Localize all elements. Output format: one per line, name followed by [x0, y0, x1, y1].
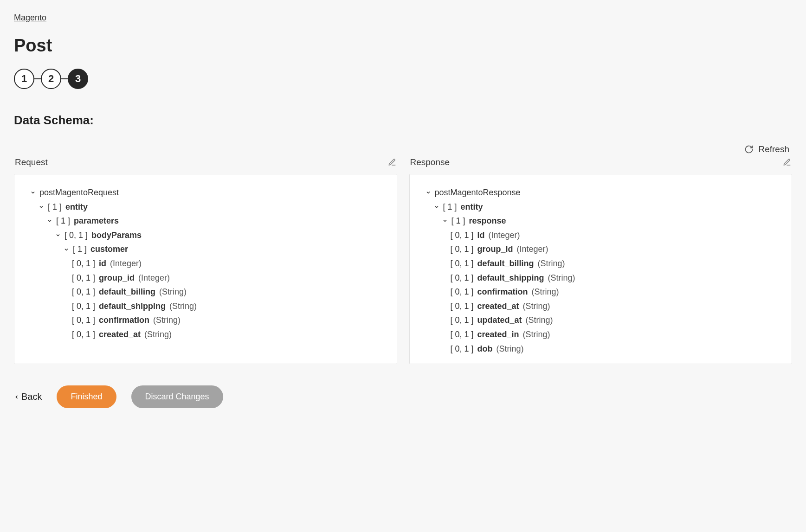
cardinality: [ 0, 1 ]	[451, 242, 474, 256]
field-name: default_billing	[99, 285, 155, 299]
tree-leaf[interactable]: [ 0, 1 ]id(Integer)	[30, 256, 387, 271]
tree-leaf[interactable]: [ 0, 1 ]group_id(Integer)	[426, 242, 783, 256]
cardinality: [ 0, 1 ]	[451, 299, 474, 314]
field-type: (String)	[523, 327, 550, 342]
cardinality: [ 0, 1 ]	[72, 327, 95, 342]
cardinality: [ 0, 1 ]	[451, 313, 474, 327]
tree-node-root[interactable]: postMagentoResponse	[426, 186, 783, 200]
section-heading: Data Schema:	[14, 113, 792, 128]
refresh-label: Refresh	[758, 144, 789, 154]
field-type: (String)	[496, 342, 524, 356]
tree-node-parameters[interactable]: [ 1 ] parameters	[30, 214, 387, 228]
cardinality: [ 0, 1 ]	[451, 285, 474, 299]
field-type: (String)	[144, 327, 172, 342]
field-type: (String)	[526, 313, 553, 327]
tree-leaf[interactable]: [ 0, 1 ]confirmation(String)	[30, 313, 387, 327]
tree-node-label: bodyParams	[91, 228, 142, 243]
tree-node-entity[interactable]: [ 1 ] entity	[30, 200, 387, 214]
field-name: updated_at	[477, 313, 522, 327]
tree-leaf[interactable]: [ 0, 1 ]created_at(String)	[30, 327, 387, 342]
discard-button[interactable]: Discard Changes	[131, 385, 223, 408]
step-connector	[34, 78, 41, 79]
back-label: Back	[21, 391, 42, 402]
cardinality: [ 0, 1 ]	[72, 285, 95, 299]
cardinality: [ 0, 1 ]	[64, 228, 88, 243]
field-name: created_at	[477, 299, 519, 314]
cardinality: [ 1 ]	[451, 214, 465, 228]
breadcrumb-link[interactable]: Magento	[14, 13, 46, 23]
tree-node-label: entity	[461, 200, 483, 214]
cardinality: [ 0, 1 ]	[72, 299, 95, 314]
tree-leaf[interactable]: [ 0, 1 ]default_billing(String)	[30, 285, 387, 299]
field-type: (Integer)	[517, 242, 548, 256]
tree-leaf[interactable]: [ 0, 1 ]default_shipping(String)	[30, 299, 387, 314]
wizard-stepper: 1 2 3	[14, 69, 792, 89]
tree-node-root[interactable]: postMagentoRequest	[30, 186, 387, 200]
field-name: id	[477, 228, 485, 243]
tree-node-response[interactable]: [ 1 ] response	[426, 214, 783, 228]
chevron-left-icon	[14, 394, 19, 400]
step-1[interactable]: 1	[14, 69, 34, 89]
field-type: (String)	[153, 313, 181, 327]
field-name: id	[99, 256, 106, 271]
cardinality: [ 0, 1 ]	[451, 342, 474, 356]
tree-leaf[interactable]: [ 0, 1 ]created_at(String)	[426, 299, 783, 314]
cardinality: [ 0, 1 ]	[72, 271, 95, 285]
cardinality: [ 0, 1 ]	[451, 228, 474, 243]
tree-node-label: postMagentoResponse	[435, 186, 521, 200]
tree-leaf[interactable]: [ 0, 1 ]dob(String)	[426, 342, 783, 356]
field-name: dob	[477, 342, 493, 356]
step-3[interactable]: 3	[68, 69, 88, 89]
refresh-action[interactable]: Refresh	[14, 144, 792, 154]
tree-leaf[interactable]: [ 0, 1 ]updated_at(String)	[426, 313, 783, 327]
chevron-down-icon	[434, 204, 439, 210]
chevron-down-icon	[39, 204, 44, 210]
field-type: (Integer)	[489, 228, 520, 243]
tree-node-customer[interactable]: [ 1 ] customer	[30, 242, 387, 256]
field-name: default_shipping	[477, 271, 544, 285]
step-2[interactable]: 2	[41, 69, 61, 89]
pencil-icon[interactable]	[388, 158, 396, 167]
tree-node-label: customer	[90, 242, 128, 256]
tree-leaf[interactable]: [ 0, 1 ]default_shipping(String)	[426, 271, 783, 285]
field-type: (String)	[159, 285, 187, 299]
chevron-down-icon	[442, 218, 448, 224]
field-name: confirmation	[477, 285, 528, 299]
response-panel: postMagentoResponse [ 1 ] entity [ 1 ] r…	[409, 174, 793, 364]
field-name: group_id	[99, 271, 135, 285]
cardinality: [ 0, 1 ]	[451, 256, 474, 271]
tree-leaf[interactable]: [ 0, 1 ]created_in(String)	[426, 327, 783, 342]
chevron-down-icon	[30, 190, 36, 195]
field-type: (Integer)	[138, 271, 170, 285]
field-type: (Integer)	[110, 256, 142, 271]
tree-node-bodyparams[interactable]: [ 0, 1 ] bodyParams	[30, 228, 387, 243]
cardinality: [ 0, 1 ]	[451, 271, 474, 285]
cardinality: [ 0, 1 ]	[72, 313, 95, 327]
step-connector	[61, 78, 68, 79]
cardinality: [ 1 ]	[56, 214, 70, 228]
cardinality: [ 0, 1 ]	[451, 327, 474, 342]
tree-leaf[interactable]: [ 0, 1 ]id(Integer)	[426, 228, 783, 243]
refresh-icon	[744, 145, 754, 154]
chevron-down-icon	[55, 232, 61, 238]
pencil-icon[interactable]	[783, 158, 791, 167]
finished-button[interactable]: Finished	[57, 385, 116, 408]
tree-node-entity[interactable]: [ 1 ] entity	[426, 200, 783, 214]
tree-node-label: postMagentoRequest	[39, 186, 119, 200]
field-name: created_at	[99, 327, 141, 342]
field-name: confirmation	[99, 313, 149, 327]
tree-node-label: response	[469, 214, 506, 228]
cardinality: [ 1 ]	[443, 200, 457, 214]
field-name: created_in	[477, 327, 519, 342]
tree-leaf[interactable]: [ 0, 1 ]group_id(Integer)	[30, 271, 387, 285]
field-type: (String)	[532, 285, 559, 299]
field-type: (String)	[523, 299, 550, 314]
tree-leaf[interactable]: [ 0, 1 ]confirmation(String)	[426, 285, 783, 299]
tree-node-label: entity	[65, 200, 88, 214]
field-type: (String)	[538, 256, 565, 271]
request-panel: postMagentoRequest [ 1 ] entity [ 1 ] pa…	[14, 174, 397, 364]
field-name: group_id	[477, 242, 513, 256]
field-type: (String)	[548, 271, 575, 285]
tree-leaf[interactable]: [ 0, 1 ]default_billing(String)	[426, 256, 783, 271]
back-link[interactable]: Back	[14, 391, 42, 402]
